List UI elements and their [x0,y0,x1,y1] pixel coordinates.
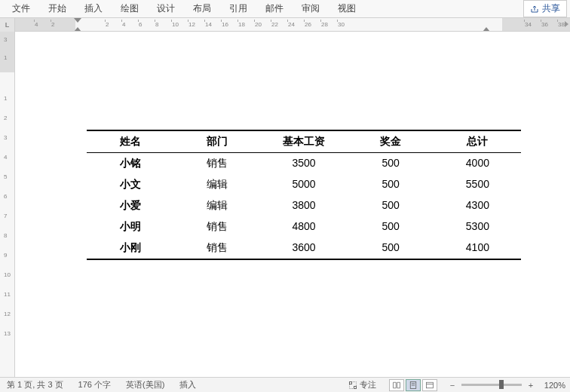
cell-total: 5500 [434,178,521,191]
vruler-tick: 12 [4,311,11,317]
cell-total: 4100 [434,241,521,255]
web-layout-icon [425,381,434,390]
menu-design[interactable]: 设计 [148,0,184,18]
th-base: 基本工资 [260,135,347,149]
cell-dept: 销售 [173,241,260,255]
cell-bonus: 500 [348,157,434,170]
svg-marker-0 [74,18,81,23]
zoom-out-button[interactable]: − [448,381,457,390]
view-mode-group [389,379,437,391]
vruler-tick: 2 [4,115,7,121]
cell-name: 小文 [87,178,173,191]
hruler-tick: 12 [188,21,195,28]
cell-total: 4300 [434,199,521,213]
indent-hanging-icon[interactable] [74,24,81,31]
view-read-button[interactable] [389,379,404,391]
focus-icon [348,381,357,390]
print-layout-icon [409,381,418,390]
menu-layout[interactable]: 布局 [184,0,220,18]
cell-dept: 销售 [173,220,260,234]
status-word-count[interactable]: 176 个字 [76,378,113,391]
cell-dept: 销售 [173,157,260,170]
menu-bar: 文件 开始 插入 绘图 设计 布局 引用 邮件 审阅 视图 共享 [0,0,570,18]
vruler-tick: 3 [4,36,7,43]
focus-label: 专注 [360,379,376,390]
table-row: 小铭销售35005004000 [87,153,521,174]
th-name: 姓名 [87,135,173,149]
hruler-tick: 2 [51,21,54,28]
status-bar: 第 1 页, 共 3 页 176 个字 英语(美国) 插入 专注 − + 120… [0,377,570,392]
menu-mailings[interactable]: 邮件 [256,0,293,18]
status-insert-mode[interactable]: 插入 [177,378,198,391]
hruler-tick: 22 [271,21,278,28]
svg-marker-3 [483,27,490,31]
cell-base: 4800 [260,220,347,234]
cell-bonus: 500 [348,199,434,213]
hruler-tick: 10 [172,21,179,28]
menu-references[interactable]: 引用 [220,0,256,18]
hruler-tick: 8 [155,21,158,28]
hruler-tick: 36 [541,21,548,28]
hruler-tick: 28 [321,21,328,28]
vruler-tick: 9 [4,252,7,259]
zoom-percent[interactable]: 120% [540,381,565,390]
table-header-row: 姓名 部门 基本工资 奖金 总计 [87,131,521,153]
hruler-tick: 6 [139,21,142,28]
menu-review[interactable]: 审阅 [293,0,329,18]
menu-view[interactable]: 视图 [329,0,365,18]
cell-bonus: 500 [348,178,434,191]
vruler-tick: 13 [4,330,11,337]
zoom-in-button[interactable]: + [526,381,535,390]
page-content: 姓名 部门 基本工资 奖金 总计 小铭销售35005004000小文编辑5000… [57,32,529,377]
hruler-tick: 38 [558,21,565,28]
ruler-scroll-right-icon[interactable] [565,21,568,27]
cell-dept: 编辑 [173,199,260,213]
focus-mode-button[interactable]: 专注 [346,378,378,391]
cell-bonus: 500 [348,220,434,234]
ruler-corner[interactable]: L [0,18,15,32]
cell-base: 3800 [260,199,347,213]
status-page[interactable]: 第 1 页, 共 3 页 [5,378,66,391]
salary-table: 姓名 部门 基本工资 奖金 总计 小铭销售35005004000小文编辑5000… [87,130,521,260]
zoom-slider[interactable] [461,384,522,386]
vruler-tick: 1 [4,54,7,61]
vruler-tick: 6 [4,193,7,200]
menu-insert[interactable]: 插入 [75,0,112,18]
hruler-tick: 34 [525,21,532,28]
hruler-tick: 4 [35,21,38,28]
menu-file[interactable]: 文件 [3,0,39,18]
read-mode-icon [392,381,401,390]
indent-right-icon[interactable] [483,24,490,31]
vertical-ruler[interactable]: 3112345678910111213 [0,32,15,377]
cell-dept: 编辑 [173,178,260,191]
share-label: 共享 [542,2,560,15]
hruler-tick: 16 [222,21,228,28]
menu-draw[interactable]: 绘图 [112,0,148,18]
hruler-tick: 30 [338,21,345,28]
vruler-tick: 5 [4,173,7,180]
table-row: 小文编辑50005005500 [87,174,521,195]
horizontal-ruler: L 4224681012141618202224262830343638 [0,18,570,32]
hruler-track[interactable]: 4224681012141618202224262830343638 [15,18,570,31]
table-row: 小明销售48005005300 [87,216,521,237]
th-total: 总计 [434,135,521,149]
share-button[interactable]: 共享 [523,0,567,17]
vruler-tick: 8 [4,232,7,239]
table-row: 小爱编辑38005004300 [87,195,521,216]
hruler-tick: 18 [238,21,245,28]
cell-base: 3500 [260,157,347,170]
document-canvas[interactable]: 姓名 部门 基本工资 奖金 总计 小铭销售35005004000小文编辑5000… [15,32,570,377]
view-web-button[interactable] [422,379,437,391]
cell-base: 5000 [260,178,347,191]
vruler-tick: 1 [4,95,7,102]
menu-home[interactable]: 开始 [39,0,75,18]
cell-name: 小刚 [87,241,173,255]
hruler-tick: 2 [106,21,109,28]
share-icon [530,5,539,14]
cell-total: 5300 [434,220,521,234]
cell-name: 小明 [87,220,173,234]
view-print-button[interactable] [406,379,421,391]
zoom-slider-knob[interactable] [499,380,504,389]
svg-marker-1 [74,27,81,31]
status-language[interactable]: 英语(美国) [124,378,167,391]
